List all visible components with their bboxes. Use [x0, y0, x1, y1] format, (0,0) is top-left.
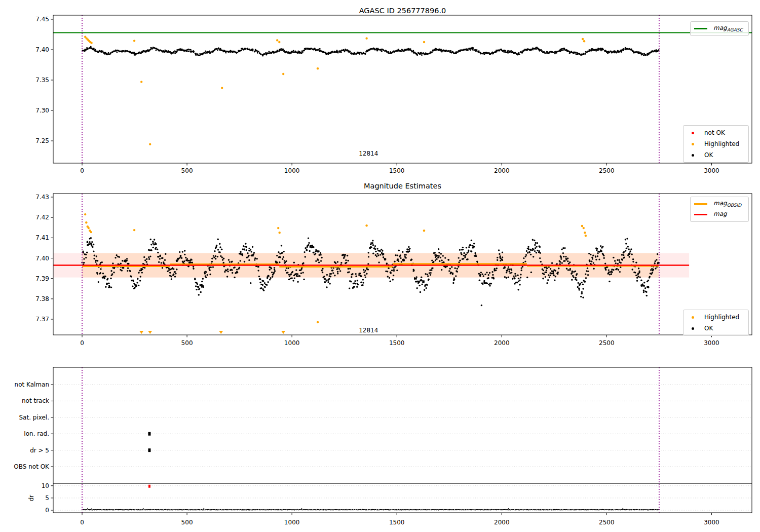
legend-top-markers: not OK Highlighted OK — [683, 125, 749, 163]
y-tick-label: 7.42 — [35, 214, 49, 221]
ok-marker-swatch — [692, 154, 694, 157]
legend-row: OK — [687, 149, 745, 161]
x-tick-label: 1500 — [389, 519, 405, 526]
dr-not-ok-points — [148, 485, 150, 488]
y-tick-label: 7.30 — [35, 107, 49, 114]
clipped-low-triangles — [139, 331, 285, 334]
y-tick-label: 7.40 — [35, 255, 49, 262]
middle-plot-title: Magnitude Estimates — [53, 181, 752, 191]
x-tick-label: 1000 — [284, 519, 300, 526]
legend-mag-agasc: magAGASC — [690, 21, 749, 36]
y-tick-label: 7.37 — [35, 316, 49, 323]
not-ok-marker-swatch — [692, 132, 694, 134]
flag-points — [148, 432, 150, 452]
flag-tick-label: Ion. rad. — [24, 430, 49, 437]
highlighted-marker-swatch — [692, 316, 694, 319]
x-tick-label: 2000 — [494, 339, 510, 347]
top-obsid-vlines — [82, 15, 659, 163]
y-tick-label: 7.38 — [35, 295, 49, 302]
legend-label-ok: OK — [704, 151, 713, 159]
legend-mag-lines: magOBSID mag — [690, 197, 749, 222]
y-tick-label: 7.35 — [35, 77, 49, 84]
x-tick-label: 3000 — [704, 519, 719, 526]
legend-row: not OK — [687, 127, 745, 138]
mag-agasc-line-swatch — [694, 28, 707, 29]
bottom-obsid-vlines — [82, 367, 659, 513]
legend-label-mag: mag — [713, 210, 727, 218]
legend-label-not-ok: not OK — [704, 129, 725, 136]
dr-ok-scatter — [82, 508, 660, 511]
bottom-plot: 050010001500200025003000 — [80, 513, 719, 526]
x-tick-label: 500 — [181, 519, 193, 526]
top-plot-title: AGASC ID 256777896.0 — [53, 6, 752, 15]
y-tick-label: 7.45 — [35, 16, 49, 23]
x-tick-label: 2500 — [599, 519, 615, 526]
x-tick-label: 0 — [80, 519, 84, 526]
highlighted-marker-swatch — [692, 143, 694, 145]
flag-tick-label: OBS not OK — [14, 463, 50, 470]
dr-tick-label: 0 — [45, 507, 49, 514]
dr-axis-label: dr — [28, 495, 35, 502]
mag-obsid-line-swatch — [694, 203, 707, 205]
x-tick-label: 3000 — [704, 339, 719, 347]
chart-svg: 0500100015002000250030007.457.407.357.30… — [0, 0, 760, 532]
y-tick-label: 7.39 — [35, 275, 49, 282]
legend-label-highlighted: Highlighted — [704, 314, 739, 321]
x-tick-label: 2500 — [599, 339, 615, 347]
x-tick-label: 500 — [181, 167, 193, 174]
x-tick-label: 1000 — [284, 339, 300, 347]
x-tick-label: 0 — [80, 339, 84, 347]
x-tick-label: 3000 — [704, 167, 719, 174]
flag-tick-label: dr > 5 — [30, 447, 49, 454]
x-tick-label: 1500 — [389, 339, 405, 347]
x-tick-label: 1000 — [284, 167, 300, 174]
legend-row: magOBSID — [694, 199, 745, 209]
legend-row: mag — [694, 209, 745, 220]
top-ok-scatter — [82, 46, 660, 57]
legend-row: Highlighted — [687, 312, 745, 323]
obsid-annotation: 12814 — [359, 150, 378, 157]
legend-row: OK — [687, 323, 745, 334]
flag-tick-label: not Kalman — [15, 381, 49, 388]
figure-canvas: 0500100015002000250030007.457.407.357.30… — [0, 0, 760, 532]
x-tick-label: 2500 — [599, 167, 615, 174]
legend-label-mag-obsid: magOBSID — [713, 200, 741, 208]
x-tick-label: 500 — [181, 339, 193, 347]
x-tick-label: 2000 — [494, 519, 510, 526]
legend-row: Highlighted — [687, 138, 745, 149]
obsid-annotation: 12814 — [359, 327, 378, 334]
dr-tick-label: 5 — [45, 495, 49, 502]
y-tick-label: 7.40 — [35, 46, 49, 53]
y-tick-label: 7.41 — [35, 234, 49, 241]
x-tick-label: 0 — [80, 167, 84, 174]
legend-label-highlighted: Highlighted — [704, 140, 739, 147]
legend-label-ok: OK — [704, 325, 713, 332]
flag-tick-label: Sat. pixel. — [19, 414, 49, 421]
flag-tick-label: not track — [22, 397, 49, 404]
top-plot: 0500100015002000250030007.457.407.357.30… — [35, 16, 719, 174]
x-tick-label: 2000 — [494, 167, 510, 174]
mag-line-swatch — [694, 214, 707, 215]
legend-row: magAGASC — [694, 23, 745, 34]
y-tick-label: 7.43 — [35, 194, 49, 201]
ok-marker-swatch — [692, 327, 694, 330]
legend-label-mag-agasc: magAGASC — [713, 24, 743, 32]
legend-middle-markers: Highlighted OK — [683, 310, 749, 336]
dotted-gridlines — [53, 385, 752, 510]
dr-tick-label: 10 — [42, 482, 49, 489]
x-tick-label: 1500 — [389, 167, 405, 174]
y-tick-label: 7.25 — [35, 137, 49, 144]
flag-axis-labels: not Kalmannot trackSat. pixel.Ion. rad.d… — [14, 381, 53, 514]
